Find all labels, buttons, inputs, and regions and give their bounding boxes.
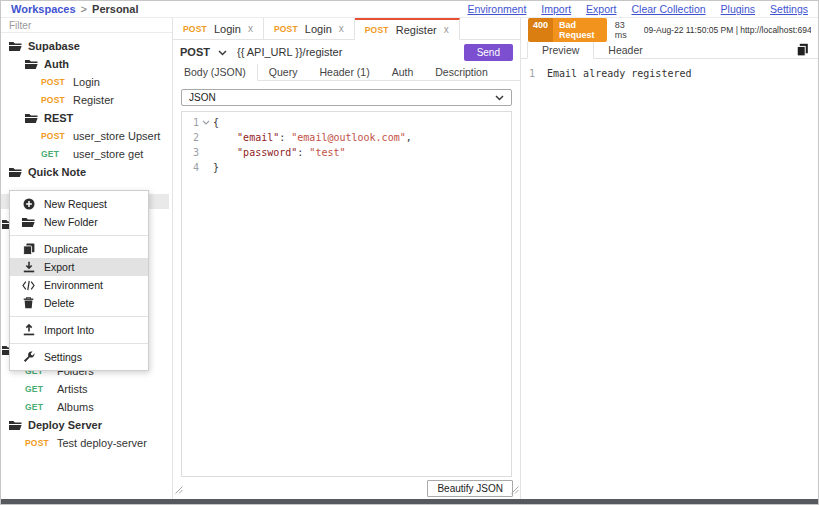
method-badge: POST: [41, 77, 67, 87]
menu-item-new-request[interactable]: New Request: [10, 195, 148, 213]
tree-request-register[interactable]: POSTRegister: [1, 91, 172, 109]
header-link-import[interactable]: Import: [541, 3, 571, 15]
tree-request-user-store-get[interactable]: GETuser_store get: [1, 145, 172, 163]
breadcrumb: Workspaces > Personal: [11, 3, 139, 15]
response-time: 83 ms: [615, 20, 636, 40]
tree-request-label: Test deploy-server: [57, 437, 147, 449]
menu-item-label: Settings: [44, 351, 82, 363]
response-tab-header[interactable]: Header: [594, 42, 656, 58]
resize-handle[interactable]: [175, 480, 183, 498]
resize-handle[interactable]: [511, 480, 519, 498]
collection-tree: SupabaseAuthPOSTLoginPOSTRegisterRESTPOS…: [1, 33, 172, 181]
tree-request-label: user_store get: [73, 148, 143, 160]
response-tabs: PreviewHeader: [527, 42, 657, 58]
menu-item-import-into[interactable]: Import Into: [10, 321, 148, 339]
sub-tab-auth[interactable]: Auth: [381, 64, 425, 80]
tree-folder-deploy-server[interactable]: Deploy Server: [1, 416, 172, 434]
body-format-select[interactable]: JSON: [181, 89, 512, 106]
breadcrumb-separator: >: [81, 3, 87, 15]
sidebar: SupabaseAuthPOSTLoginPOSTRegisterRESTPOS…: [1, 18, 173, 499]
tab-label: Login: [305, 23, 332, 35]
filter-input[interactable]: [1, 18, 172, 33]
method-badge: GET: [41, 149, 67, 159]
line-number: 4: [182, 160, 199, 175]
menu-item-delete[interactable]: Delete: [10, 294, 148, 312]
tree-folder-auth[interactable]: Auth: [1, 55, 172, 73]
tree-request-artists[interactable]: GETArtists: [1, 380, 172, 398]
chevron-down-icon: [218, 46, 227, 58]
method-badge: POST: [183, 24, 207, 34]
sub-tab-header-1[interactable]: Header (1): [308, 64, 380, 80]
close-icon[interactable]: x: [248, 23, 253, 34]
fold-icon[interactable]: [199, 115, 213, 130]
response-meta[interactable]: 09-Aug-22 11:50:05 PM | http://localhost…: [644, 25, 811, 35]
sub-tab-body-json[interactable]: Body (JSON): [173, 64, 258, 81]
menu-item-duplicate[interactable]: Duplicate: [10, 240, 148, 258]
chevron-down-icon: [495, 92, 504, 103]
collection-tree-lower: GETFoldersGETArtistsGETAlbumsDeploy Serv…: [1, 362, 172, 452]
status-text: Bad Request: [553, 18, 607, 42]
line-number: 1: [182, 115, 199, 130]
url-input[interactable]: {{ API_URL }}/register: [237, 46, 454, 58]
tree-folder-supabase[interactable]: Supabase: [1, 37, 172, 55]
menu-item-export[interactable]: Export: [10, 258, 148, 276]
method-select[interactable]: POST: [180, 46, 227, 58]
code-icon: [22, 280, 35, 291]
fold-spacer: [199, 130, 213, 145]
menu-item-label: Duplicate: [44, 243, 88, 255]
context-menu: New RequestNew FolderDuplicateExportEnvi…: [9, 190, 149, 371]
header-link-plugins[interactable]: Plugins: [721, 3, 755, 15]
header-link-clear-collection[interactable]: Clear Collection: [631, 3, 705, 15]
tree-request-albums[interactable]: GETAlbums: [1, 398, 172, 416]
line-number: 1: [527, 67, 535, 81]
editor-line: 4}: [182, 160, 511, 175]
response-tab-preview[interactable]: Preview: [527, 42, 594, 59]
folder-icon: [9, 41, 22, 52]
line-number: 3: [182, 145, 199, 160]
code-text: "password": "test": [213, 145, 345, 160]
header-link-export[interactable]: Export: [586, 3, 616, 15]
send-button[interactable]: Send: [464, 44, 513, 61]
response-line: 1Email already registered: [527, 67, 812, 81]
method-badge: GET: [25, 384, 51, 394]
tree-folder-quick-note[interactable]: Quick Note: [1, 163, 172, 181]
header-links: EnvironmentImportExportClear CollectionP…: [467, 3, 808, 15]
tree-request-login[interactable]: POSTLogin: [1, 73, 172, 91]
close-icon[interactable]: x: [444, 24, 449, 35]
line-number: 2: [182, 130, 199, 145]
request-tab-register[interactable]: POSTRegisterx: [355, 18, 460, 40]
sub-tab-query[interactable]: Query: [258, 64, 309, 80]
workspaces-link[interactable]: Workspaces: [11, 3, 76, 15]
header-link-environment[interactable]: Environment: [467, 3, 526, 15]
tree-request-label: user_store Upsert: [73, 130, 160, 142]
tree-folder-label: Deploy Server: [28, 419, 102, 431]
tree-request-user-store-upsert[interactable]: POSTuser_store Upsert: [1, 127, 172, 145]
editor-line: 2 "email": "email@outlook.com",: [182, 130, 511, 145]
response-panel: 400 Bad Request 83 ms 09-Aug-22 11:50:05…: [521, 18, 818, 499]
menu-item-settings[interactable]: Settings: [10, 348, 148, 366]
request-tab-login[interactable]: POSTLoginx: [264, 18, 355, 39]
menu-item-new-folder[interactable]: New Folder: [10, 213, 148, 231]
beautify-json-button[interactable]: Beautify JSON: [427, 480, 513, 497]
request-tab-login[interactable]: POSTLoginx: [173, 18, 264, 39]
menu-item-environment[interactable]: Environment: [10, 276, 148, 294]
response-meta-text: 09-Aug-22 11:50:05 PM | http://localhost…: [644, 25, 811, 35]
copy-icon[interactable]: [796, 42, 809, 58]
tree-request-test-deploy-server[interactable]: POSTTest deploy-server: [1, 434, 172, 452]
method-badge: POST: [274, 24, 298, 34]
duplicate-icon: [22, 243, 35, 255]
json-body-editor[interactable]: 1{2 "email": "email@outlook.com",3 "pass…: [181, 111, 512, 477]
tree-folder-rest[interactable]: REST: [1, 109, 172, 127]
download-icon: [22, 261, 35, 273]
response-text: Email already registered: [547, 67, 692, 81]
folder-icon: [25, 113, 38, 124]
folder-icon: [22, 217, 35, 228]
folder-icon: [9, 420, 22, 431]
response-status-row: 400 Bad Request 83 ms 09-Aug-22 11:50:05…: [521, 18, 818, 42]
tree-folder-label: Supabase: [28, 40, 80, 52]
header-link-settings[interactable]: Settings: [770, 3, 808, 15]
method-badge: POST: [41, 95, 67, 105]
sub-tab-description[interactable]: Description: [424, 64, 499, 80]
close-icon[interactable]: x: [339, 23, 344, 34]
method-badge: GET: [25, 402, 51, 412]
